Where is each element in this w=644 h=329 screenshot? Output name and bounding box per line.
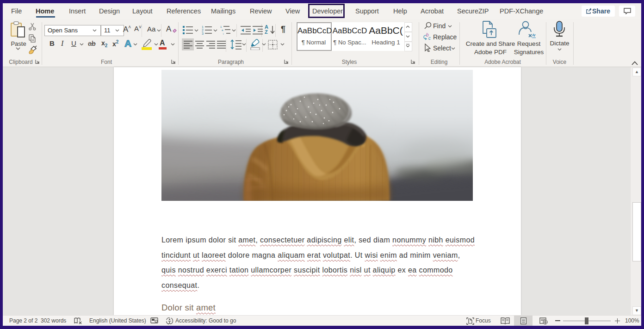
svg-text:a: a	[222, 29, 223, 31]
svg-text:1: 1	[220, 25, 222, 28]
svg-text:2: 2	[202, 29, 204, 32]
svg-text:3: 3	[202, 32, 204, 35]
svg-text:i: i	[223, 32, 223, 35]
svg-text:1: 1	[202, 25, 204, 29]
svg-text:c: c	[428, 36, 431, 41]
